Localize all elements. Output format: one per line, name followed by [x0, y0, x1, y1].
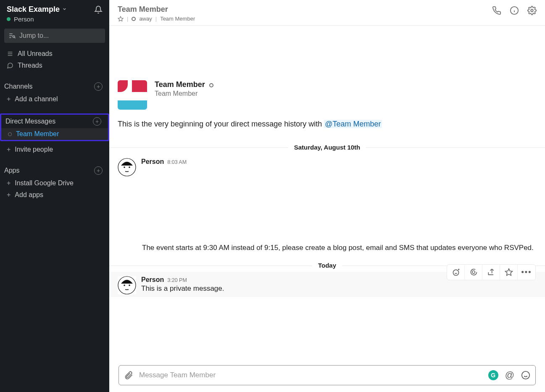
- plus-icon: +: [7, 95, 11, 103]
- presence-away-icon: [8, 132, 12, 136]
- add-app-icon[interactable]: +: [94, 166, 103, 175]
- install-google-drive[interactable]: + Install Google Drive: [0, 177, 109, 189]
- section-channels: Channels +: [0, 80, 109, 93]
- info-icon[interactable]: [510, 6, 519, 15]
- plus-icon: +: [7, 146, 11, 153]
- svg-line-4: [15, 37, 16, 38]
- mention-link[interactable]: @Team Member: [324, 120, 382, 128]
- message-composer[interactable]: G @: [118, 365, 536, 385]
- message-time: 3:20 PM: [167, 277, 187, 283]
- svg-point-16: [453, 270, 458, 275]
- apps-label[interactable]: Apps: [4, 167, 19, 174]
- section-apps: Apps +: [0, 164, 109, 177]
- conversation-title: Team Member: [118, 5, 195, 14]
- svg-point-12: [531, 9, 533, 12]
- svg-point-14: [124, 166, 125, 168]
- add-dm-icon[interactable]: +: [93, 117, 101, 126]
- presence-away-icon: [209, 83, 213, 87]
- search-list-icon: [8, 32, 16, 39]
- all-unreads-label: All Unreads: [18, 50, 53, 58]
- invite-people[interactable]: + Invite people: [0, 144, 109, 155]
- section-direct-messages: Direct Messages +: [1, 115, 108, 128]
- svg-marker-23: [505, 268, 512, 275]
- main-area: Team Member | away | Team Member: [109, 0, 545, 392]
- svg-point-24: [118, 276, 136, 294]
- sidebar-threads[interactable]: Threads: [0, 60, 109, 71]
- invite-people-label: Invite people: [15, 146, 53, 153]
- emoji-icon[interactable]: [521, 371, 530, 380]
- separator: |: [155, 16, 157, 22]
- svg-point-13: [118, 158, 136, 176]
- jump-to-label: Jump to...: [19, 32, 49, 39]
- sidebar: Slack Example Person Jump to... All Unre…: [0, 0, 109, 392]
- plus-icon: +: [7, 179, 11, 187]
- add-channel-label: Add a channel: [15, 95, 58, 103]
- dm-label[interactable]: Direct Messages: [5, 118, 55, 125]
- svg-point-3: [13, 36, 15, 38]
- separator: |: [127, 16, 128, 22]
- message-author[interactable]: Person: [141, 158, 164, 166]
- message-input[interactable]: [139, 371, 482, 379]
- presence-away-icon: [132, 17, 136, 21]
- message: Person 8:03 AM: [109, 154, 545, 179]
- grammarly-icon[interactable]: G: [488, 370, 498, 380]
- intro-text: This is the very beginning of your direc…: [109, 115, 545, 141]
- dm-item-team-member[interactable]: Team Member: [1, 128, 108, 140]
- dm-item-label: Team Member: [16, 130, 59, 138]
- avatar: [118, 80, 147, 110]
- bell-icon[interactable]: [94, 5, 103, 14]
- svg-point-25: [124, 284, 125, 286]
- day-divider: Saturday, August 10th: [109, 144, 545, 151]
- call-icon[interactable]: [492, 6, 501, 15]
- workspace-switcher[interactable]: Slack Example: [7, 5, 67, 14]
- workspace-name: Slack Example: [7, 5, 60, 14]
- avatar: [118, 158, 136, 176]
- sidebar-all-unreads[interactable]: All Unreads: [0, 48, 109, 60]
- svg-point-27: [522, 371, 529, 379]
- threads-icon: [7, 62, 13, 69]
- header-subtitle: Team Member: [160, 16, 195, 22]
- message-author[interactable]: Person: [141, 276, 164, 284]
- gear-icon[interactable]: [527, 6, 537, 15]
- avatar: [118, 276, 136, 295]
- composer-wrap: G @: [109, 361, 545, 392]
- message-body: The event starts at 9:30 AM instead of 9…: [142, 242, 545, 259]
- message-list[interactable]: Team Member Team Member This is the very…: [109, 26, 545, 361]
- svg-point-26: [129, 284, 130, 286]
- list-icon: [7, 50, 13, 57]
- intro-prefix: This is the very beginning of your direc…: [118, 120, 324, 128]
- status-text: away: [139, 16, 152, 22]
- dm-intro: Team Member Team Member: [109, 80, 545, 115]
- message-action-bar: •••: [447, 264, 536, 280]
- svg-point-15: [129, 166, 130, 168]
- star-icon[interactable]: [118, 16, 124, 22]
- threads-label: Threads: [18, 62, 42, 69]
- presence-active-icon: [7, 17, 11, 21]
- current-user[interactable]: Person: [0, 16, 109, 27]
- message-time: 8:03 AM: [167, 159, 187, 165]
- add-apps-label: Add apps: [15, 191, 43, 199]
- more-icon[interactable]: •••: [518, 265, 535, 280]
- intro-sub: Team Member: [155, 90, 213, 97]
- add-reaction-icon[interactable]: [447, 265, 465, 280]
- conversation-header: Team Member | away | Team Member: [109, 0, 545, 26]
- add-channel[interactable]: + Add a channel: [0, 93, 109, 105]
- thread-icon[interactable]: [465, 265, 482, 280]
- current-user-name: Person: [14, 16, 34, 23]
- install-gdrive-label: Install Google Drive: [15, 179, 74, 187]
- message-body: This is a private message.: [141, 284, 537, 293]
- dm-highlight-group: Direct Messages + Team Member: [0, 113, 109, 141]
- share-icon[interactable]: [482, 265, 500, 280]
- day-divider-label: Saturday, August 10th: [288, 144, 366, 151]
- at-mention-icon[interactable]: @: [505, 370, 514, 381]
- add-channel-icon[interactable]: +: [94, 82, 103, 91]
- chevron-down-icon: [62, 7, 67, 13]
- svg-marker-8: [118, 16, 123, 21]
- jump-to[interactable]: Jump to...: [4, 29, 105, 43]
- plus-icon: +: [7, 191, 11, 199]
- svg-point-21: [472, 271, 475, 274]
- add-apps[interactable]: + Add apps: [0, 189, 109, 201]
- channels-label[interactable]: Channels: [4, 83, 33, 90]
- paperclip-icon[interactable]: [124, 371, 133, 380]
- star-icon[interactable]: [500, 265, 518, 280]
